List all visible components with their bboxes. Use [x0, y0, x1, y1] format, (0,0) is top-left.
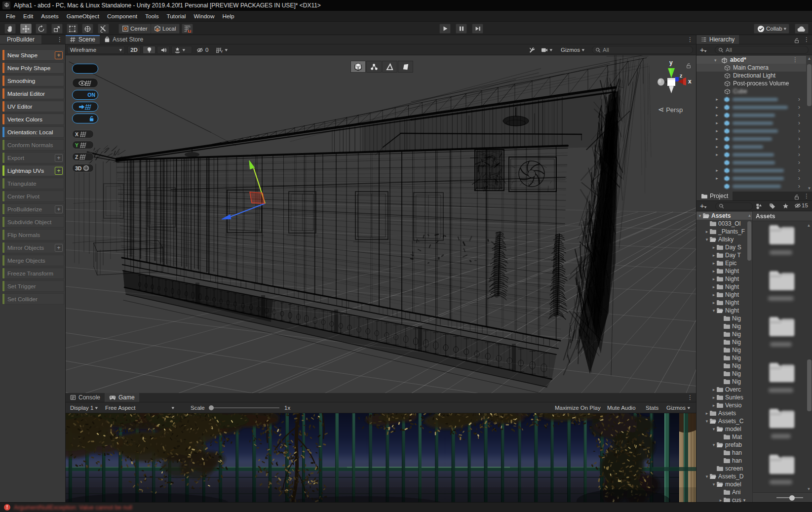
project-tree-item[interactable]: ▸_Plants_F: [696, 228, 752, 236]
project-breadcrumb[interactable]: Assets: [756, 213, 775, 220]
probuilder-options-button[interactable]: +: [55, 51, 63, 59]
probuilder-subdivide-object[interactable]: Subdivide Object: [2, 216, 64, 228]
handle-rotation-button[interactable]: Local: [151, 24, 180, 34]
probuilder-mirror-objects[interactable]: Mirror Objects+: [2, 242, 64, 253]
project-tree-item[interactable]: ▸Epic: [696, 259, 752, 267]
tab-hierarchy[interactable]: Hierarchy: [696, 35, 739, 44]
probuilder-material-editor[interactable]: Material Editor: [2, 88, 64, 99]
progrids-snap-toggle-button[interactable]: ON: [72, 90, 98, 100]
project-search-input[interactable]: [715, 202, 753, 210]
project-tree-item[interactable]: Nig: [696, 362, 752, 370]
pb-face-mode-button[interactable]: [398, 61, 413, 73]
probuilder-orientation-local[interactable]: Orientation: Local: [2, 126, 64, 138]
project-tree-item[interactable]: ▾Assets: [696, 212, 752, 220]
probuilder-new-poly-shape[interactable]: New Poly Shape: [2, 62, 64, 74]
cloud-button[interactable]: [795, 24, 809, 34]
hierarchy-item-obscured[interactable]: ▸›: [696, 111, 806, 119]
scene-row-menu-icon[interactable]: ⋮: [792, 56, 798, 63]
hierarchy-scroll-down[interactable]: ▼: [806, 186, 812, 191]
probuilder-options-button[interactable]: +: [55, 205, 63, 213]
hierarchy-item[interactable]: Cube: [696, 87, 806, 95]
tree-expander[interactable]: ▸: [711, 300, 716, 305]
menu-assets[interactable]: Assets: [37, 12, 62, 21]
project-grid-scroll-up[interactable]: ▲: [806, 223, 812, 228]
menu-file[interactable]: File: [2, 12, 19, 21]
project-tree-item[interactable]: ▾Assets_D: [696, 473, 752, 480]
project-tree-item[interactable]: ▸Night: [696, 267, 752, 275]
prefab-nav-arrow[interactable]: ›: [798, 111, 800, 118]
tree-expander[interactable]: ▸: [704, 411, 709, 416]
probuilder-freeze-transform[interactable]: Freeze Transform: [2, 268, 64, 279]
project-folder[interactable]: [767, 269, 795, 292]
prefab-nav-arrow[interactable]: ›: [798, 182, 800, 190]
tree-item-caret[interactable]: ▾: [743, 498, 746, 502]
hierarchy-expander[interactable]: ▸: [714, 152, 720, 157]
scene-lighting-button[interactable]: [143, 46, 155, 54]
transform-tool-button[interactable]: [82, 24, 93, 34]
gizmos-dropdown[interactable]: Gizmos▾: [558, 46, 587, 54]
project-create-button[interactable]: +▾: [700, 201, 706, 210]
project-tree-item[interactable]: ▸Sunles: [696, 394, 752, 401]
menu-edit[interactable]: Edit: [19, 12, 37, 21]
prefab-nav-arrow[interactable]: ›: [798, 127, 800, 134]
project-folder[interactable]: [767, 407, 795, 430]
project-folder[interactable]: [767, 361, 795, 384]
mute-audio-button[interactable]: Mute Audio: [605, 404, 638, 412]
scene-viewport[interactable]: ONXYZ3D yxz⋖ Persp: [66, 55, 696, 393]
progrids-3d-button[interactable]: 3D: [72, 164, 94, 172]
project-filter-label-button[interactable]: [769, 202, 775, 209]
hierarchy-item-obscured[interactable]: ▸›: [696, 151, 806, 158]
project-tree-item[interactable]: Mat: [696, 433, 752, 441]
hierarchy-item[interactable]: Directional Light: [696, 72, 806, 79]
custom-tool-button[interactable]: [98, 24, 109, 34]
project-tree-item[interactable]: Nig: [696, 330, 752, 338]
project-tree-item[interactable]: ▸Versio: [696, 401, 752, 409]
game-gizmos-dropdown[interactable]: Gizmos▾: [664, 404, 693, 412]
probuilder-flip-normals[interactable]: Flip Normals: [2, 229, 64, 240]
progrids-grid-visibility-button[interactable]: [72, 78, 98, 88]
project-zoom-knob[interactable]: [789, 495, 795, 501]
project-filter-favorites-button[interactable]: [782, 202, 789, 209]
progrids-snap-value[interactable]: [72, 64, 98, 74]
probuilder-center-pivot[interactable]: Center Pivot: [2, 191, 64, 202]
grid-snapping-button[interactable]: [182, 24, 193, 34]
project-tree-item[interactable]: ▾model: [696, 480, 752, 488]
tree-expander[interactable]: ▾: [704, 474, 709, 479]
project-tree-item[interactable]: Ani: [696, 488, 752, 496]
hierarchy-item-obscured[interactable]: ▸›: [696, 95, 806, 103]
hierarchy-create-button[interactable]: +▾: [700, 45, 706, 54]
probuilder-vertex-colors[interactable]: Vertex Colors: [2, 114, 64, 125]
step-button[interactable]: [472, 24, 483, 34]
rotate-tool-button[interactable]: [36, 24, 47, 34]
probuilder-new-shape[interactable]: New Shape+: [2, 49, 64, 61]
project-tree-item[interactable]: ▸Night: [696, 275, 752, 283]
hierarchy-scene-row[interactable]: ▾abcd*⋮: [696, 56, 806, 64]
hierarchy-item-obscured[interactable]: ▸›: [696, 103, 806, 111]
project-tree-item[interactable]: ▸Night: [696, 299, 752, 307]
project-tree-item[interactable]: han: [696, 457, 752, 465]
hierarchy-expander[interactable]: ▸: [714, 97, 720, 102]
tree-expander[interactable]: ▾: [704, 419, 709, 424]
prefab-nav-arrow[interactable]: ›: [798, 174, 800, 182]
scene-search-input[interactable]: All: [592, 46, 693, 54]
project-tree-item[interactable]: han: [696, 449, 752, 457]
display-dropdown[interactable]: Display 1▾: [68, 404, 100, 412]
view-tool-button[interactable]: [4, 24, 16, 34]
play-button[interactable]: [439, 24, 451, 34]
game-viewport[interactable]: [66, 413, 696, 502]
project-tree-item[interactable]: ▸Night: [696, 283, 752, 291]
hierarchy-tab-menu-icon[interactable]: ⋮: [804, 36, 810, 43]
probuilder-merge-objects[interactable]: Merge Objects: [2, 255, 64, 266]
tree-expander[interactable]: ▸: [711, 245, 716, 250]
statusbar[interactable]: !ArgumentNullException: Value cannot be …: [0, 502, 812, 512]
hierarchy-item-obscured[interactable]: ▸›: [696, 127, 806, 135]
project-tree-item[interactable]: ▾prefab: [696, 441, 752, 449]
project-tree-item[interactable]: ▸Assets: [696, 409, 752, 417]
project-tab-menu-icon[interactable]: ⋮: [804, 193, 810, 199]
hierarchy-expander[interactable]: ▸: [714, 168, 720, 173]
aspect-dropdown[interactable]: Free Aspect▾: [103, 404, 177, 412]
project-tree-item[interactable]: Nig: [696, 346, 752, 354]
tree-expander[interactable]: ▸: [711, 253, 716, 258]
prefab-nav-arrow[interactable]: ›: [798, 95, 800, 103]
tab-scene[interactable]: Scene: [66, 35, 100, 44]
